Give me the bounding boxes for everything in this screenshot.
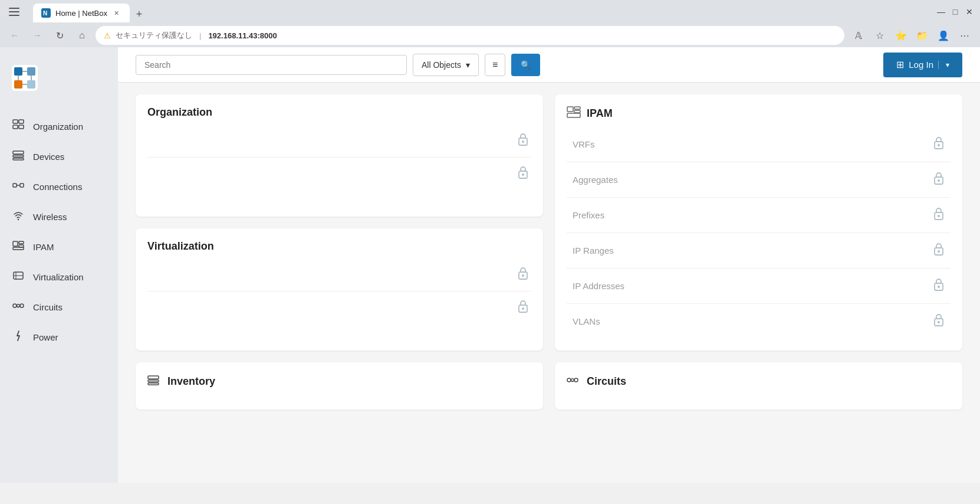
organization-icon <box>12 119 25 134</box>
forward-button[interactable]: → <box>28 27 46 44</box>
address-port: :8000 <box>258 31 277 40</box>
org-item-2-lock <box>517 166 529 182</box>
security-warning-text: セキュリティ保護なし <box>116 30 192 41</box>
minimize-button[interactable]: — <box>936 7 946 17</box>
all-objects-label: All Objects <box>422 60 461 70</box>
all-objects-dropdown[interactable]: All Objects ▾ <box>413 54 479 76</box>
sidebar-item-ipam[interactable]: IPAM <box>0 233 118 261</box>
svg-rect-28 <box>13 247 24 250</box>
virt-item-1[interactable] <box>147 258 531 292</box>
filter-button[interactable]: ≡ <box>485 54 505 76</box>
svg-rect-1 <box>9 11 19 12</box>
search-button[interactable]: 🔍 <box>511 54 540 76</box>
inventory-card-title: Inventory <box>147 374 531 389</box>
ipam-ipranges-label: IP Ranges <box>573 246 614 256</box>
organization-card-title: Organization <box>147 106 531 119</box>
svg-rect-41 <box>567 113 580 117</box>
tab-favicon: N <box>41 8 51 18</box>
sidebar-item-organization[interactable]: Organization <box>0 112 118 141</box>
maximize-button[interactable]: □ <box>951 7 960 17</box>
login-label: Log In <box>909 60 933 70</box>
svg-rect-17 <box>19 125 24 129</box>
tab-close-btn[interactable]: ✕ <box>112 8 121 18</box>
bookmark-btn[interactable]: ⭐ <box>892 26 910 45</box>
sidebar-item-wireless-label: Wireless <box>33 212 67 222</box>
cards-container: Organization <box>118 83 980 421</box>
sidebar-item-devices[interactable]: Devices <box>0 142 118 171</box>
svg-point-45 <box>938 179 940 182</box>
app-logo[interactable] <box>0 53 118 111</box>
ipam-aggregates-item[interactable]: Aggregates <box>567 162 951 198</box>
read-aloud-btn[interactable]: 𝔸 <box>849 26 868 45</box>
ipam-ipaddresses-item[interactable]: IP Addresses <box>567 269 951 304</box>
ipam-vrfs-item[interactable]: VRFs <box>567 127 951 162</box>
filter-icon: ≡ <box>492 60 498 70</box>
sidebar-item-connections[interactable]: Connections <box>0 172 118 201</box>
svg-point-57 <box>522 307 524 310</box>
address-input[interactable]: ⚠ セキュリティ保護なし | 192.168.11.43:8000 <box>96 26 844 45</box>
sidebar-item-virtualization[interactable]: Virtualization <box>0 263 118 292</box>
login-icon: ⊞ <box>896 59 904 70</box>
sidebar-item-circuits[interactable]: Circuits <box>0 293 118 322</box>
svg-rect-2 <box>9 15 19 16</box>
collections-btn[interactable]: 📁 <box>913 26 932 45</box>
settings-btn[interactable]: ⋯ <box>955 26 974 45</box>
svg-rect-25 <box>13 241 18 246</box>
login-button[interactable]: ⊞ Log In ▾ <box>883 53 962 77</box>
active-tab[interactable]: N Home | NetBox ✕ <box>33 4 130 22</box>
organization-card: Organization <box>136 94 543 217</box>
virtualization-card-title: Virtualization <box>147 240 531 253</box>
sidebar-item-power[interactable]: Power <box>0 323 118 352</box>
inventory-card: Inventory <box>136 362 543 410</box>
profile-btn[interactable]: 👤 <box>934 26 953 45</box>
org-item-2[interactable] <box>147 158 531 190</box>
security-warning-icon: ⚠ <box>104 31 111 40</box>
org-item-1[interactable] <box>147 125 531 158</box>
browser-chrome: N Home | NetBox ✕ + — □ ✕ ← → ↻ ⌂ ⚠ セキュリ… <box>0 0 980 47</box>
svg-rect-22 <box>20 184 24 187</box>
virt-item-1-lock <box>517 267 529 283</box>
main-content: All Objects ▾ ≡ 🔍 ⊞ Log In ▾ Organizatio… <box>118 47 980 483</box>
ipam-vrfs-lock <box>933 136 945 152</box>
ipam-vlans-item[interactable]: VLANs <box>567 304 951 339</box>
svg-rect-40 <box>574 110 580 113</box>
logo-icon <box>12 65 38 91</box>
svg-rect-58 <box>148 376 159 379</box>
svg-rect-7 <box>14 80 22 89</box>
ipam-card-icon <box>567 106 581 121</box>
svg-rect-8 <box>27 67 35 76</box>
sidebar-item-wireless[interactable]: Wireless <box>0 202 118 231</box>
circuits-card: Circuits <box>555 362 962 410</box>
ipam-ipranges-item[interactable]: IP Ranges <box>567 233 951 269</box>
app-header: All Objects ▾ ≡ 🔍 ⊞ Log In ▾ <box>118 47 980 83</box>
circuits-icon <box>12 300 25 315</box>
search-input[interactable] <box>136 55 407 75</box>
svg-point-51 <box>938 286 940 288</box>
svg-rect-0 <box>9 8 19 9</box>
svg-point-53 <box>938 321 940 323</box>
virt-item-2[interactable] <box>147 292 531 324</box>
ipam-card: IPAM VRFs Aggregates Prefixes <box>555 94 962 351</box>
ipam-prefixes-label: Prefixes <box>573 210 604 220</box>
home-button[interactable]: ⌂ <box>73 27 91 44</box>
svg-point-47 <box>938 215 940 217</box>
svg-rect-18 <box>13 151 24 154</box>
address-separator: | <box>199 31 201 40</box>
ipam-prefixes-item[interactable]: Prefixes <box>567 198 951 233</box>
svg-rect-59 <box>148 380 159 382</box>
svg-point-62 <box>574 378 578 382</box>
new-tab-button[interactable]: + <box>131 6 147 22</box>
refresh-button[interactable]: ↻ <box>51 27 68 44</box>
svg-rect-16 <box>19 120 24 123</box>
circuits-card-icon <box>567 374 578 389</box>
sidebar-item-circuits-label: Circuits <box>33 302 63 312</box>
close-button[interactable]: ✕ <box>965 7 974 17</box>
wireless-icon <box>12 210 25 224</box>
sidebar-toggle-btn[interactable] <box>6 4 22 20</box>
app-container: Organization Devices Connections <box>0 47 980 483</box>
svg-point-61 <box>567 378 571 382</box>
svg-rect-14 <box>13 120 18 123</box>
back-button[interactable]: ← <box>6 27 24 44</box>
favorites-btn[interactable]: ☆ <box>870 26 889 45</box>
tab-bar: N Home | NetBox ✕ + <box>27 1 932 22</box>
